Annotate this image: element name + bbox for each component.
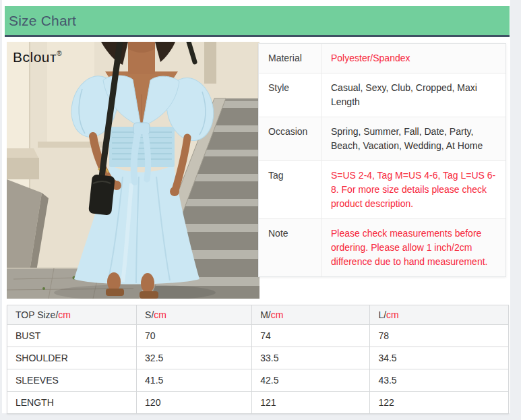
size-chart-card: Size Chart Bclouт® [2,0,510,413]
row-value: Please check measurements before orderin… [321,219,505,276]
page-title: Size Chart [5,13,76,29]
header-unit: cm [271,309,284,320]
table-row: SHOULDER32.533.534.5 [7,347,509,369]
cell-value: 41.5 [137,369,252,392]
table-row: SLEEVES41.542.543.5 [7,369,509,392]
table-row: OccasionSpring, Summer, Fall, Date, Part… [259,117,505,161]
section-header: Size Chart [5,6,510,37]
cell-value: 42.5 [252,369,370,392]
cell-value: 121 [252,392,370,414]
cell-value: 32.5 [137,347,252,369]
brand-logo-text: Bclouт [13,49,57,65]
header-label: S/ [145,309,154,320]
brand-logo: Bclouт® [13,49,62,65]
column-header: S/cm [137,305,252,325]
header-row: TOP Size/cmS/cmM/cmL/cm [7,305,509,325]
header-label: M/ [260,309,271,320]
row-value: S=US 2-4, Tag M=US 4-6, Tag L=US 6-8. Fo… [321,161,505,218]
cell-value: 120 [137,392,252,414]
row-label: Note [259,219,321,276]
table-row: NotePlease check measurements before ord… [259,219,505,276]
header-unit: cm [58,309,71,320]
cell-value: 33.5 [252,347,370,369]
cell-value: 78 [370,325,509,347]
header-label: TOP Size/ [16,309,58,320]
row-label: Material [259,44,321,73]
row-label: Style [259,73,321,117]
table-body: BUST707478SHOULDER32.533.534.5SLEEVES41.… [7,325,509,414]
table-header: TOP Size/cmS/cmM/cmL/cm [7,305,509,325]
size-chart-table: TOP Size/cmS/cmM/cmL/cmBUST707478SHOULDE… [7,305,509,414]
cell-value: 34.5 [370,347,509,369]
header-unit: cm [154,309,166,320]
product-info-table: MaterialPolyester/SpandexStyleCasual, Se… [258,43,506,277]
product-photo-illustration [7,42,259,299]
row-label: Tag [259,161,321,218]
row-label: LENGTH [7,392,137,414]
header-unit: cm [386,309,399,320]
product-photo: Bclouт® [7,42,259,299]
column-header: L/cm [370,305,509,325]
header-label: L/ [378,309,386,320]
row-label: SLEEVES [7,369,137,392]
row-label: SHOULDER [7,347,137,369]
cell-value: 70 [137,325,252,347]
table-row: TagS=US 2-4, Tag M=US 4-6, Tag L=US 6-8.… [259,161,505,219]
table-row: MaterialPolyester/Spandex [259,44,505,73]
column-header: M/cm [252,305,370,325]
table-row: LENGTH120121122 [7,392,509,414]
column-header: TOP Size/cm [7,305,137,325]
table-row: BUST707478 [7,325,509,347]
row-value: Polyester/Spandex [321,44,505,73]
cell-value: 43.5 [370,369,509,392]
row-label: BUST [7,325,137,347]
registered-mark: ® [57,50,62,57]
cell-value: 74 [252,325,370,347]
cell-value: 122 [370,392,509,414]
row-value: Spring, Summer, Fall, Date, Party, Beach… [321,117,505,160]
row-label: Occasion [259,117,321,160]
table-row: StyleCasual, Sexy, Club, Cropped, Maxi L… [259,73,505,117]
row-value: Casual, Sexy, Club, Cropped, Maxi Length [321,73,505,117]
